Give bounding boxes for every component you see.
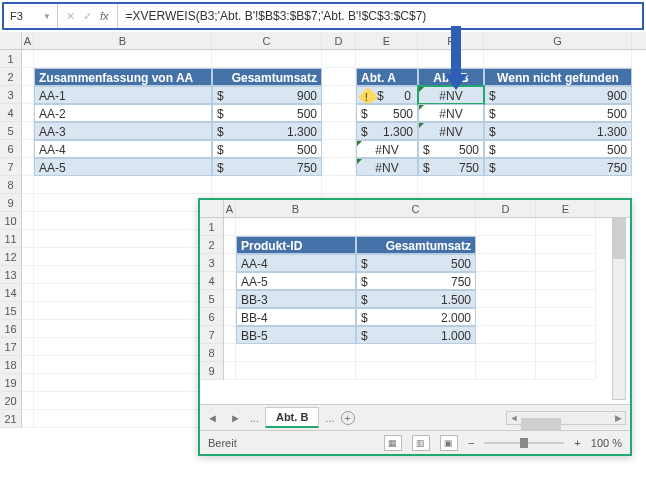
hscroll-right-icon[interactable]: ▶ — [611, 413, 625, 423]
row-header[interactable]: 6 — [200, 308, 224, 326]
name-box[interactable]: F3 ▼ — [4, 4, 58, 28]
row-header[interactable]: 8 — [200, 344, 224, 362]
cell[interactable] — [418, 176, 484, 194]
cell[interactable]: Produkt-ID — [236, 236, 356, 254]
cell[interactable] — [224, 254, 236, 272]
tab-ellipsis-right[interactable]: ... — [325, 412, 334, 424]
cell[interactable] — [484, 50, 632, 68]
cell[interactable] — [356, 218, 476, 236]
tab-nav-next-icon[interactable]: ► — [227, 412, 244, 424]
cell[interactable]: AA-1 — [34, 86, 212, 104]
cell[interactable] — [34, 194, 212, 212]
cell[interactable] — [322, 122, 356, 140]
row-header[interactable]: 4 — [0, 104, 22, 122]
cell[interactable] — [322, 158, 356, 176]
cell[interactable]: $750 — [484, 158, 632, 176]
cell[interactable] — [34, 410, 212, 428]
cell[interactable] — [322, 50, 356, 68]
cell[interactable] — [536, 344, 596, 362]
cell[interactable] — [322, 68, 356, 86]
row-header[interactable]: 5 — [200, 290, 224, 308]
cell[interactable] — [236, 344, 356, 362]
cell[interactable] — [34, 320, 212, 338]
cell[interactable] — [34, 248, 212, 266]
cell[interactable] — [22, 392, 34, 410]
cell[interactable] — [322, 86, 356, 104]
inset-worksheet[interactable]: 12Produkt-IDGesamtumsatz3AA-4$5004AA-5$7… — [200, 218, 630, 404]
view-layout-icon[interactable]: ▥ — [412, 435, 430, 451]
cell[interactable]: $0 — [356, 86, 418, 104]
cancel-icon[interactable]: ✕ — [62, 10, 79, 23]
cell[interactable] — [22, 410, 34, 428]
cell[interactable] — [322, 140, 356, 158]
cell[interactable] — [536, 290, 596, 308]
tab-nav-prev-icon[interactable]: ◄ — [204, 412, 221, 424]
warning-icon[interactable] — [358, 87, 378, 104]
cell[interactable] — [22, 86, 34, 104]
tab-ellipsis-left[interactable]: ... — [250, 412, 259, 424]
cell[interactable] — [22, 104, 34, 122]
add-sheet-icon[interactable]: + — [341, 411, 355, 425]
cell[interactable]: AA-4 — [34, 140, 212, 158]
cell[interactable]: $750 — [212, 158, 322, 176]
row-header[interactable]: 7 — [200, 326, 224, 344]
cell[interactable] — [22, 338, 34, 356]
cell[interactable] — [22, 212, 34, 230]
cell[interactable] — [536, 236, 596, 254]
cell[interactable] — [34, 356, 212, 374]
cell[interactable] — [224, 344, 236, 362]
cell[interactable] — [34, 230, 212, 248]
cell[interactable]: $500 — [356, 104, 418, 122]
cell[interactable]: BB-4 — [236, 308, 356, 326]
cell[interactable] — [22, 374, 34, 392]
row-header[interactable]: 20 — [0, 392, 22, 410]
cell[interactable] — [476, 254, 536, 272]
cell[interactable] — [476, 236, 536, 254]
cell[interactable] — [224, 272, 236, 290]
row-header[interactable]: 1 — [200, 218, 224, 236]
hscroll-thumb[interactable] — [521, 418, 561, 430]
zoom-in-icon[interactable]: + — [574, 437, 580, 449]
cell[interactable] — [476, 308, 536, 326]
cell[interactable]: BB-3 — [236, 290, 356, 308]
row-header[interactable]: 4 — [200, 272, 224, 290]
col-header-b[interactable]: B — [34, 32, 212, 49]
cell[interactable] — [322, 176, 356, 194]
row-header[interactable]: 2 — [0, 68, 22, 86]
cell[interactable]: #NV — [356, 158, 418, 176]
cell[interactable] — [476, 326, 536, 344]
cell[interactable] — [34, 266, 212, 284]
row-header[interactable]: 7 — [0, 158, 22, 176]
cell[interactable]: $500 — [484, 104, 632, 122]
cell[interactable] — [476, 362, 536, 380]
row-header[interactable]: 16 — [0, 320, 22, 338]
row-header[interactable]: 14 — [0, 284, 22, 302]
col-header-c[interactable]: C — [212, 32, 322, 49]
cell[interactable]: $500 — [212, 104, 322, 122]
cell[interactable] — [22, 302, 34, 320]
cell[interactable] — [22, 320, 34, 338]
cell[interactable]: #NV — [418, 104, 484, 122]
cell[interactable]: Wenn nicht gefunden — [484, 68, 632, 86]
col-header-d[interactable]: D — [322, 32, 356, 49]
inset-col-a[interactable]: A — [224, 200, 236, 217]
cell[interactable] — [22, 194, 34, 212]
cell[interactable]: $750 — [356, 272, 476, 290]
cell[interactable]: AA-4 — [236, 254, 356, 272]
cell[interactable]: $900 — [212, 86, 322, 104]
cell[interactable] — [22, 122, 34, 140]
row-header[interactable]: 1 — [0, 50, 22, 68]
cell[interactable]: $500 — [418, 140, 484, 158]
cell[interactable] — [476, 272, 536, 290]
row-header[interactable]: 18 — [0, 356, 22, 374]
cell[interactable] — [212, 50, 322, 68]
row-header[interactable]: 3 — [200, 254, 224, 272]
inset-col-c[interactable]: C — [356, 200, 476, 217]
cell[interactable] — [22, 140, 34, 158]
cell[interactable] — [224, 290, 236, 308]
cell[interactable]: AA-3 — [34, 122, 212, 140]
row-header[interactable]: 21 — [0, 410, 22, 428]
cell[interactable]: AA-5 — [34, 158, 212, 176]
row-header[interactable]: 9 — [0, 194, 22, 212]
cell[interactable] — [22, 158, 34, 176]
